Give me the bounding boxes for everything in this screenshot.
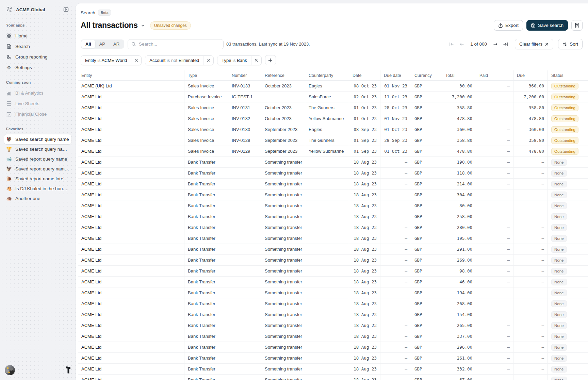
table-row[interactable]: ACME LtdBank TransferSomething transfer1… (78, 320, 588, 331)
table-row[interactable]: ACME LtdBank TransferSomething transfer1… (78, 179, 588, 189)
column-header[interactable]: Due (513, 70, 548, 80)
export-button[interactable]: Export (494, 20, 523, 31)
remove-filter-icon[interactable] (131, 56, 141, 65)
column-header[interactable]: Currency (411, 70, 442, 80)
table-row[interactable]: ACME LtdBank TransferSomething transfer1… (78, 287, 588, 298)
table-row[interactable]: ACME LtdPurchase InvoiceIC-TEST-1SalesFo… (78, 92, 588, 102)
column-header[interactable]: Type (184, 70, 228, 80)
tab-all[interactable]: All (81, 40, 95, 48)
first-page-icon[interactable] (447, 40, 456, 49)
table-row[interactable]: ACME LtdSales InvoiceINV-0131October 202… (78, 102, 588, 113)
table-row[interactable]: ACME LtdBank TransferSomething transfer1… (78, 309, 588, 320)
table-row[interactable]: ACME LtdBank TransferSomething transfer1… (78, 364, 588, 375)
sidebar-item-group-reporting[interactable]: Group reporting (4, 52, 71, 62)
favorite-item-5[interactable]: 🐌 Saved report name lorem i... (4, 174, 71, 184)
table-cell (305, 189, 349, 200)
table-row[interactable]: ACME LtdBank TransferSomething transfer1… (78, 168, 588, 179)
column-header[interactable]: Paid (476, 70, 513, 80)
table-row[interactable]: ACME LtdBank TransferSomething transfer1… (78, 211, 588, 222)
filter-chip-account[interactable]: Account is not Eliminated (145, 55, 214, 65)
column-header[interactable]: Due date (380, 70, 411, 80)
favorite-item-1[interactable]: 🦃 Saved search query name (4, 134, 71, 144)
chevron-down-icon[interactable] (141, 23, 145, 28)
table-cell: INV-0131 (228, 102, 261, 113)
table-cell: 280.00 (442, 222, 476, 233)
table-row[interactable]: ACME LtdBank TransferSomething transfer1… (78, 353, 588, 364)
view-settings-button[interactable] (571, 20, 583, 31)
save-search-label: Save search (538, 23, 564, 28)
table-cell (228, 168, 261, 178)
column-header[interactable]: Counterparty (305, 70, 349, 80)
favorite-item-6[interactable]: 🐴 Is DJ Khaled in the house? (4, 184, 71, 194)
table-row[interactable]: ACME LtdBank TransferSomething transfer1… (78, 298, 588, 309)
user-avatar[interactable] (5, 365, 15, 375)
column-header[interactable]: Reference (261, 70, 305, 80)
table-row[interactable]: ACME LtdBank TransferSomething transfer1… (78, 255, 588, 266)
favorite-emoji-icon: 🏆 (6, 147, 12, 152)
remove-filter-icon[interactable] (251, 56, 261, 65)
clear-filters-button[interactable]: Clear filters (515, 39, 553, 49)
status-badge: None (551, 344, 567, 351)
page-indicator: 1 of 800 (470, 42, 487, 47)
table-cell: None (548, 244, 588, 254)
favorite-item-4[interactable]: 🦅 Saved report query name l... (4, 164, 71, 174)
table-cell: ACME Ltd (78, 222, 184, 233)
tab-ar[interactable]: AR (109, 40, 124, 48)
table-cell (228, 375, 261, 380)
column-header[interactable]: Entity (78, 70, 184, 80)
filter-chip-entity[interactable]: Entity is ACME World (81, 55, 142, 65)
column-header[interactable]: Total (442, 70, 476, 80)
table-cell: ACME Ltd (78, 342, 184, 352)
filter-chip-type[interactable]: Type is Bank (217, 55, 261, 65)
table-row[interactable]: ACME LtdSales InvoiceINV-0129September 2… (78, 146, 588, 157)
search-box[interactable] (128, 39, 224, 49)
table-row[interactable]: ACME LtdBank TransferSomething transfer1… (78, 277, 588, 287)
table-row[interactable]: ACME LtdSales InvoiceINV-0130September 2… (78, 124, 588, 135)
favorite-item-3[interactable]: 🐋 Saved report query name (4, 154, 71, 164)
table-cell: Outstanding (548, 124, 588, 135)
column-header[interactable]: Status (548, 70, 588, 80)
pagination: 1 of 800 Clear filters Sort (447, 39, 583, 49)
sidebar-item-settings[interactable]: ⚙ Settings (4, 62, 71, 73)
table-row[interactable]: ACME LtdBank TransferSomething transfer1… (78, 157, 588, 168)
table-cell: Something transfer (261, 244, 305, 254)
sidebar-item-search[interactable]: Search (4, 41, 71, 52)
search-input[interactable] (139, 42, 220, 47)
column-header[interactable]: Date (349, 70, 380, 80)
table-row[interactable]: ACME LtdBank TransferSomething transfer1… (78, 189, 588, 200)
sidebar-item-home[interactable]: Home (4, 31, 71, 41)
column-header[interactable]: Number (228, 70, 261, 80)
table-row[interactable]: ACME LtdBank TransferSomething transfer1… (78, 200, 588, 211)
remove-filter-icon[interactable] (203, 56, 213, 65)
tab-ap[interactable]: AP (95, 40, 109, 48)
table-row[interactable]: ACME (UK) LtdSales InvoiceINV-0133Octobe… (78, 81, 588, 92)
status-badge: None (551, 333, 567, 340)
table-row[interactable]: ACME LtdBank TransferSomething transfer1… (78, 331, 588, 342)
table-cell: 30.00 (442, 81, 476, 91)
table-row[interactable]: ACME LtdSales InvoiceINV-0132October 202… (78, 113, 588, 124)
prev-page-icon[interactable] (457, 40, 466, 49)
table-row[interactable]: ACME LtdBank TransferSomething transfer1… (78, 375, 588, 380)
last-page-icon[interactable] (501, 40, 510, 49)
table-cell: 214.00 (442, 179, 476, 189)
next-page-icon[interactable] (491, 40, 500, 49)
sort-button[interactable]: Sort (558, 39, 583, 49)
table-row[interactable]: ACME LtdBank TransferSomething transfer1… (78, 233, 588, 244)
favorite-label: Saved search query name l... (15, 147, 69, 152)
table-cell: – (513, 211, 548, 222)
table-cell: None (548, 222, 588, 233)
favorite-item-2[interactable]: 🏆 Saved search query name l... (4, 144, 71, 154)
product-logo-icon[interactable] (65, 366, 71, 374)
table-row[interactable]: ACME LtdSales InvoiceINV-0128September 2… (78, 135, 588, 146)
table-row[interactable]: ACME LtdBank TransferSomething transfer1… (78, 342, 588, 353)
favorite-item-7[interactable]: 🦔 Another one (4, 194, 71, 203)
save-search-button[interactable]: Save search (526, 20, 568, 31)
unsaved-changes-badge: Unsaved changes (150, 21, 191, 30)
table-row[interactable]: ACME LtdBank TransferSomething transfer1… (78, 222, 588, 233)
table-cell: INV-0133 (228, 81, 261, 91)
table-row[interactable]: ACME LtdBank TransferSomething transfer1… (78, 244, 588, 255)
table-cell (228, 309, 261, 320)
add-filter-button[interactable] (265, 55, 276, 65)
sidebar-collapse-icon[interactable] (63, 6, 69, 13)
table-row[interactable]: ACME LtdBank TransferSomething transfer1… (78, 266, 588, 277)
